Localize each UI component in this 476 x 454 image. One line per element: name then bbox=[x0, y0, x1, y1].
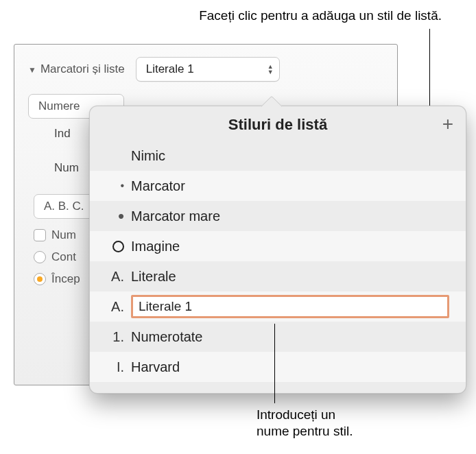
style-name: Harvard bbox=[131, 359, 449, 375]
list-style-option-none[interactable]: Nimic bbox=[90, 141, 466, 171]
list-styles-popover: Stiluri de listă + Nimic Marcator Marcat… bbox=[89, 106, 466, 394]
style-name: Nimic bbox=[131, 148, 449, 164]
callout-add-style: Faceți clic pentru a adăuga un stil de l… bbox=[199, 8, 442, 23]
add-style-button[interactable]: + bbox=[442, 115, 453, 134]
list-style-option-harvard[interactable]: I. Harvard bbox=[90, 352, 466, 382]
style-name: Imagine bbox=[131, 239, 449, 254]
marker-roman-i: I. bbox=[104, 359, 131, 375]
list-styles-list: Nimic Marcator Marcator mare Imagine A. … bbox=[90, 141, 466, 382]
continue-radio[interactable] bbox=[34, 251, 46, 263]
list-style-option-bullet[interactable]: Marcator bbox=[90, 171, 466, 201]
list-style-option-image[interactable]: Imagine bbox=[90, 231, 466, 261]
bullets-lists-label: ▼Marcatori și liste bbox=[28, 62, 125, 76]
number-format-value: A. B. C. bbox=[44, 200, 84, 213]
style-name-input[interactable]: Literale 1 bbox=[131, 295, 449, 318]
continue-label: Cont bbox=[51, 250, 76, 264]
callout-line-bottom bbox=[274, 324, 275, 403]
bullet-large-icon bbox=[104, 206, 131, 227]
start-from-label: Încep bbox=[51, 272, 80, 286]
popover-title: Stiluri de listă bbox=[90, 106, 466, 141]
marker-letter-a: A. bbox=[104, 299, 131, 315]
style-name-input-value: Literale 1 bbox=[139, 299, 192, 314]
style-name: Numerotate bbox=[131, 329, 449, 345]
style-name: Marcator bbox=[131, 178, 449, 194]
list-style-dropdown[interactable]: Literale 1 ▲▼ bbox=[136, 57, 280, 82]
bullet-small-icon bbox=[104, 180, 131, 192]
list-style-option-lettered[interactable]: A. Literale bbox=[90, 261, 466, 291]
style-name: Marcator mare bbox=[131, 208, 449, 224]
list-style-option-lettered-1-editing[interactable]: A. Literale 1 bbox=[90, 291, 466, 322]
callout-line-top bbox=[429, 29, 430, 115]
start-from-radio[interactable] bbox=[34, 273, 46, 285]
list-type-value: Numere bbox=[38, 99, 80, 113]
callout-enter-name: Introduceți un nume pentru stil. bbox=[257, 407, 353, 440]
list-style-value: Literale 1 bbox=[146, 62, 194, 76]
marker-number-1: 1. bbox=[104, 329, 131, 345]
tiered-numbers-label: Num bbox=[51, 228, 76, 242]
chevron-updown-icon: ▲▼ bbox=[267, 64, 274, 75]
list-style-option-big-bullet[interactable]: Marcator mare bbox=[90, 201, 466, 231]
ring-icon bbox=[104, 241, 131, 252]
style-name: Literale bbox=[131, 269, 449, 285]
tiered-numbers-checkbox[interactable] bbox=[34, 229, 46, 241]
marker-letter-a: A. bbox=[104, 269, 131, 285]
list-style-option-numbered[interactable]: 1. Numerotate bbox=[90, 322, 466, 352]
disclosure-icon[interactable]: ▼ bbox=[28, 65, 36, 75]
